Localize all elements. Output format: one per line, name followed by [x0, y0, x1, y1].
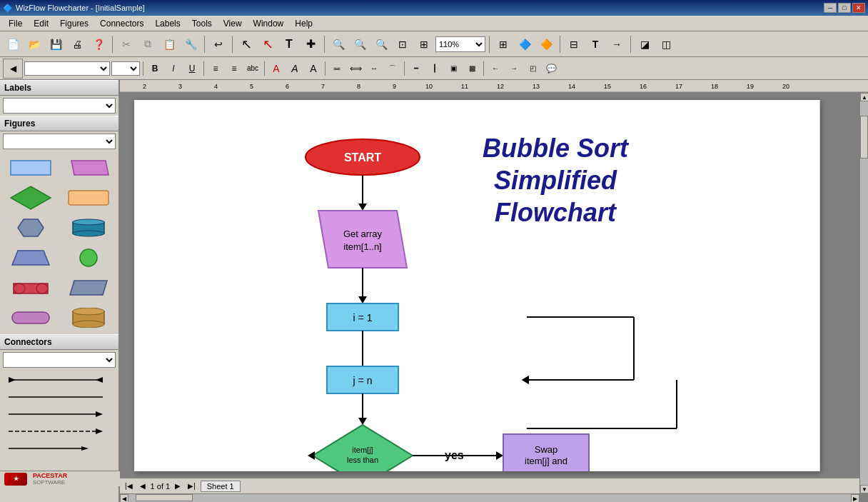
help-button[interactable]: ❓	[89, 34, 108, 54]
save-button[interactable]: 💾	[46, 34, 66, 54]
connector-dashed-arrow[interactable]	[3, 424, 116, 438]
align-button[interactable]: ⊟	[564, 34, 584, 54]
figures-dropdown[interactable]	[3, 134, 116, 149]
move-button[interactable]: ↖	[258, 34, 278, 54]
style-button[interactable]: ◫	[656, 34, 676, 54]
text-size-button[interactable]: T	[585, 34, 605, 54]
last-page-button[interactable]: ▶|	[186, 481, 198, 491]
line-style1[interactable]: ═	[328, 60, 345, 77]
scroll-left-button[interactable]: ◀	[120, 494, 128, 502]
zoom-select[interactable]: 110% 100% 125% 150% 75% 50%	[435, 36, 485, 52]
shape-rounded-pill[interactable]	[3, 304, 58, 331]
italic-button[interactable]: I	[165, 60, 182, 77]
shape-stadium[interactable]	[3, 274, 58, 301]
sheet-tab[interactable]: Sheet 1	[201, 481, 241, 492]
line-width2[interactable]: ┃	[426, 60, 443, 77]
shadow-style[interactable]: ◰	[524, 60, 541, 77]
text-button[interactable]: T	[279, 34, 299, 54]
open-button[interactable]: 📂	[24, 34, 44, 54]
cut-button[interactable]: ✂	[116, 34, 136, 54]
menu-help[interactable]: Help	[289, 17, 318, 30]
menu-file[interactable]: File	[3, 17, 28, 30]
grid-button[interactable]: ⊞	[493, 34, 513, 54]
shadow-button[interactable]: ◪	[635, 34, 655, 54]
connectors-dropdown[interactable]	[3, 352, 116, 368]
zoom-out-button[interactable]: 🔍	[371, 34, 391, 54]
menu-figures[interactable]: Figures	[54, 17, 94, 30]
bold-button[interactable]: B	[146, 60, 163, 77]
undo-button[interactable]: ↩	[208, 34, 228, 54]
next-page-button[interactable]: ▶	[173, 481, 183, 491]
font-select[interactable]	[24, 61, 110, 76]
first-page-button[interactable]: |◀	[123, 481, 135, 491]
arrow-right[interactable]: →	[505, 60, 523, 77]
menu-view[interactable]: View	[218, 17, 248, 30]
shape-cylinder[interactable]	[61, 214, 116, 241]
menu-tools[interactable]: Tools	[186, 17, 218, 30]
nav-back-button[interactable]: ◀	[3, 59, 23, 79]
shape-rectangle[interactable]	[3, 154, 58, 181]
shape-parallelogram[interactable]	[61, 154, 116, 181]
shape-slanted[interactable]	[61, 274, 116, 301]
text-outline-button[interactable]: A	[305, 60, 322, 77]
scroll-up-button[interactable]: ▲	[860, 93, 868, 101]
fill-button[interactable]: ▣	[445, 60, 462, 77]
new-button[interactable]: 📄	[3, 34, 23, 54]
shape-hexagon[interactable]	[3, 214, 58, 241]
arrow-left[interactable]: ←	[487, 60, 504, 77]
horizontal-scrollbar[interactable]: ◀ ▶	[120, 493, 859, 502]
maximize-button[interactable]: □	[838, 3, 851, 13]
connector-small-arrow[interactable]	[3, 441, 116, 456]
special-paste-button[interactable]: 🔧	[181, 34, 201, 54]
figure-add-button[interactable]: 🔷	[515, 34, 535, 54]
zoom-in-button[interactable]: 🔍	[350, 34, 370, 54]
minimize-button[interactable]: ─	[824, 3, 837, 13]
figure-lib-button[interactable]: 🔶	[536, 34, 556, 54]
labels-dropdown[interactable]	[3, 98, 116, 114]
arrow-button[interactable]: →	[607, 34, 627, 54]
menu-connectors[interactable]: Connectors	[94, 17, 149, 30]
close-button[interactable]: ✕	[852, 3, 865, 13]
align-left-button[interactable]: ≡	[207, 60, 224, 77]
line-style3[interactable]: ↔	[365, 60, 383, 77]
font-color-button[interactable]: abc	[244, 60, 261, 77]
zoom-page-button[interactable]: ⊞	[414, 34, 434, 54]
text-color-A[interactable]: A	[268, 60, 285, 77]
print-button[interactable]: 🖨	[67, 34, 87, 54]
zoom-out-small[interactable]: 🔍	[328, 34, 348, 54]
pattern-button[interactable]: ▩	[463, 60, 480, 77]
vertical-scrollbar[interactable]: ▲ ▼	[859, 93, 868, 493]
curve-button[interactable]: ⌒	[384, 60, 401, 77]
menu-window[interactable]: Window	[248, 17, 290, 30]
v-scroll-track[interactable]	[860, 101, 868, 485]
connector-button[interactable]: ✚	[301, 34, 321, 54]
shape-trapezoid[interactable]	[3, 244, 58, 271]
connector-bidirectional[interactable]	[3, 373, 116, 387]
zoom-fit-button[interactable]: ⊡	[393, 34, 413, 54]
shape-rounded-rect[interactable]	[61, 184, 116, 211]
line-width1[interactable]: ━	[408, 60, 425, 77]
svg-marker-1	[71, 161, 108, 175]
paste-button[interactable]: 📋	[159, 34, 179, 54]
scroll-down-button[interactable]: ▼	[860, 485, 868, 493]
h-scroll-thumb[interactable]	[136, 494, 193, 501]
copy-button[interactable]: ⧉	[138, 34, 158, 54]
line-style2[interactable]: ⟺	[347, 60, 364, 77]
shape-diamond[interactable]	[3, 184, 58, 211]
connector-arrow-right[interactable]	[3, 407, 116, 421]
shape-drum[interactable]	[61, 304, 116, 331]
align-center-button[interactable]: ≡	[226, 60, 243, 77]
prev-page-button[interactable]: ◀	[138, 481, 148, 491]
connector-line[interactable]	[3, 390, 116, 404]
text-slant-button[interactable]: A	[286, 60, 303, 77]
scroll-right-button[interactable]: ▶	[851, 494, 859, 502]
menu-labels[interactable]: Labels	[149, 17, 186, 30]
underline-button[interactable]: U	[183, 60, 201, 77]
shape-circle[interactable]	[61, 244, 116, 271]
menu-edit[interactable]: Edit	[28, 17, 54, 30]
select-button[interactable]: ↖	[236, 34, 256, 54]
v-scroll-thumb[interactable]	[860, 116, 868, 159]
comment-button[interactable]: 💬	[542, 60, 560, 77]
font-size-select[interactable]	[111, 61, 140, 76]
h-scroll-track[interactable]	[128, 494, 851, 502]
